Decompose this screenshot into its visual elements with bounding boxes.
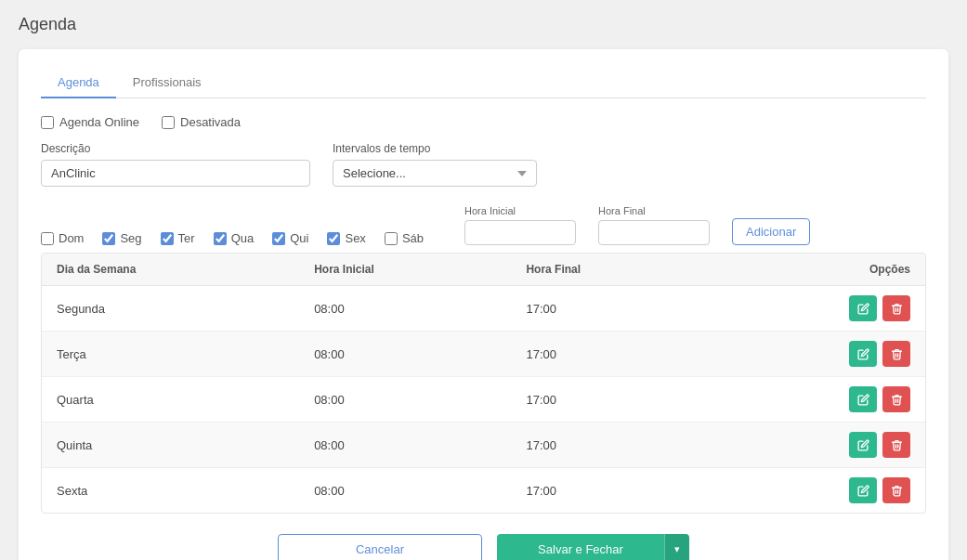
table-row: Segunda08:0017:00 xyxy=(42,286,925,332)
day-checkbox-ter[interactable] xyxy=(161,232,174,245)
cell-hora-inicial: 08:00 xyxy=(299,286,511,332)
day-checkbox-qua[interactable] xyxy=(214,232,227,245)
actions-cell xyxy=(725,295,910,321)
pencil-icon xyxy=(857,439,869,451)
trash-icon xyxy=(891,439,903,451)
pencil-icon xyxy=(857,348,869,360)
edit-button[interactable] xyxy=(849,386,877,412)
cell-dia: Quarta xyxy=(42,377,299,423)
descricao-group: Descrição xyxy=(41,142,310,187)
checkbox-desativada[interactable]: Desativada xyxy=(162,115,241,129)
day-check-ter[interactable]: Ter xyxy=(161,231,195,245)
table-row: Sexta08:0017:00 xyxy=(42,468,925,514)
delete-button[interactable] xyxy=(882,386,910,412)
salvar-button[interactable]: Salvar e Fechar xyxy=(497,534,664,560)
hora-final-input[interactable] xyxy=(598,220,710,245)
col-opcoes: Opções xyxy=(711,254,925,286)
days-time-row: DomSegTerQuaQuiSexSáb Hora Inicial Hora … xyxy=(41,202,926,245)
salvar-dropdown-button[interactable]: ▾ xyxy=(664,534,689,560)
pencil-icon xyxy=(857,485,869,497)
delete-button[interactable] xyxy=(882,341,910,367)
cell-hora-inicial: 08:00 xyxy=(299,332,511,377)
cell-hora-inicial: 08:00 xyxy=(299,423,511,468)
cell-hora-final: 17:00 xyxy=(511,423,710,468)
intervalos-select[interactable]: Selecione... xyxy=(333,160,537,187)
table-row: Quinta08:0017:00 xyxy=(42,423,925,468)
intervalos-label: Intervalos de tempo xyxy=(333,142,537,155)
cell-opcoes xyxy=(711,377,925,423)
tab-profissionais[interactable]: Profissionais xyxy=(116,68,218,98)
adicionar-button[interactable]: Adicionar xyxy=(732,218,810,245)
day-check-dom[interactable]: Dom xyxy=(41,231,84,245)
day-check-qui[interactable]: Qui xyxy=(272,231,308,245)
day-checkbox-seg[interactable] xyxy=(102,232,115,245)
checkbox-desativada-input[interactable] xyxy=(162,116,175,129)
form-row: Descrição Intervalos de tempo Selecione.… xyxy=(41,142,926,187)
day-label-sab: Sáb xyxy=(402,231,424,245)
day-label-ter: Ter xyxy=(178,231,195,245)
cell-hora-inicial: 08:00 xyxy=(299,377,511,423)
cell-opcoes xyxy=(711,468,925,514)
pencil-icon xyxy=(857,394,869,406)
tab-agenda[interactable]: Agenda xyxy=(41,68,116,98)
trash-icon xyxy=(891,348,903,360)
trash-icon xyxy=(891,303,903,315)
day-checkbox-dom[interactable] xyxy=(41,232,54,245)
table-header-row: Dia da Semana Hora Inicial Hora Final Op… xyxy=(42,254,925,286)
actions-cell xyxy=(725,386,910,412)
cell-opcoes xyxy=(711,286,925,332)
day-label-dom: Dom xyxy=(59,231,84,245)
day-checkbox-qui[interactable] xyxy=(272,232,285,245)
hora-inicial-group: Hora Inicial xyxy=(464,205,576,245)
top-checkboxes: Agenda Online Desativada xyxy=(41,115,926,129)
descricao-label: Descrição xyxy=(41,142,310,155)
day-check-seg[interactable]: Seg xyxy=(102,231,141,245)
cell-hora-final: 17:00 xyxy=(511,468,710,514)
day-label-qui: Qui xyxy=(290,231,308,245)
cell-hora-final: 17:00 xyxy=(511,332,710,377)
edit-button[interactable] xyxy=(849,295,877,321)
actions-cell xyxy=(725,432,910,458)
day-label-qua: Qua xyxy=(231,231,255,245)
day-checkbox-sex[interactable] xyxy=(327,232,340,245)
main-card: Agenda Profissionais Agenda Online Desat… xyxy=(19,49,948,560)
cell-dia: Segunda xyxy=(42,286,299,332)
descricao-input[interactable] xyxy=(41,160,310,187)
cell-dia: Quinta xyxy=(42,423,299,468)
day-label-sex: Sex xyxy=(345,231,365,245)
day-check-qua[interactable]: Qua xyxy=(214,231,255,245)
checkbox-agenda-online-input[interactable] xyxy=(41,116,54,129)
hora-inicial-input[interactable] xyxy=(464,220,576,245)
pencil-icon xyxy=(857,303,869,315)
day-check-sab[interactable]: Sáb xyxy=(385,231,424,245)
cancelar-button[interactable]: Cancelar xyxy=(278,534,482,560)
col-hora-inicial: Hora Inicial xyxy=(299,254,511,286)
edit-button[interactable] xyxy=(849,432,877,458)
schedule-table-wrapper: Dia da Semana Hora Inicial Hora Final Op… xyxy=(41,253,926,514)
table-body: Segunda08:0017:00Terça08:0017:00Quarta08… xyxy=(42,286,925,514)
table-row: Terça08:0017:00 xyxy=(42,332,925,377)
tabs-bar: Agenda Profissionais xyxy=(41,68,926,98)
page-wrapper: Agenda Agenda Profissionais Agenda Onlin… xyxy=(0,0,967,560)
edit-button[interactable] xyxy=(849,477,877,503)
actions-cell xyxy=(725,341,910,367)
intervalos-group: Intervalos de tempo Selecione... xyxy=(333,142,537,187)
actions-cell xyxy=(725,477,910,503)
col-hora-final: Hora Final xyxy=(511,254,710,286)
cell-dia: Sexta xyxy=(42,468,299,514)
cell-opcoes xyxy=(711,423,925,468)
day-checkbox-sab[interactable] xyxy=(385,232,398,245)
footer-buttons: Cancelar Salvar e Fechar ▾ xyxy=(41,534,926,560)
table-head: Dia da Semana Hora Inicial Hora Final Op… xyxy=(42,254,925,286)
delete-button[interactable] xyxy=(882,477,910,503)
page-title: Agenda xyxy=(19,15,948,34)
trash-icon xyxy=(891,394,903,406)
edit-button[interactable] xyxy=(849,341,877,367)
delete-button[interactable] xyxy=(882,295,910,321)
cell-opcoes xyxy=(711,332,925,377)
horas-col: Hora Inicial Hora Final Adicionar xyxy=(464,202,810,245)
checkbox-agenda-online[interactable]: Agenda Online xyxy=(41,115,139,129)
trash-icon xyxy=(891,485,903,497)
day-check-sex[interactable]: Sex xyxy=(327,231,365,245)
delete-button[interactable] xyxy=(882,432,910,458)
